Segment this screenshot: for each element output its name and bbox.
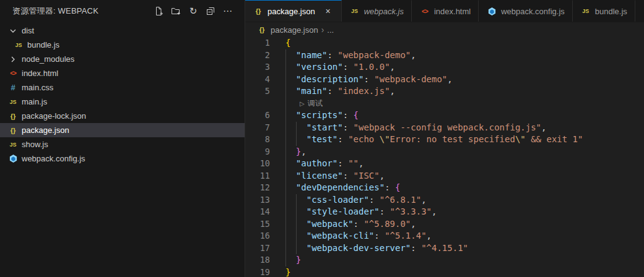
code-line-content[interactable]: "license": "ISC",	[285, 170, 385, 182]
code-line-content[interactable]: "webpack-dev-server": "^4.15.1"	[285, 242, 468, 255]
code-line-content[interactable]: },	[285, 146, 307, 158]
code-line-content[interactable]: "main": "index.js",	[285, 85, 395, 98]
tree-item-node_modules[interactable]: node_modules	[0, 52, 245, 66]
explorer-toolbar: ↻⋯	[152, 4, 235, 18]
line-number: 15	[245, 218, 270, 231]
line-number: 13	[245, 194, 270, 207]
tab-webpack.js[interactable]: JSwebpack.js	[342, 0, 412, 22]
indent-guide	[296, 122, 297, 146]
editor-group: {}package.json×JSwebpack.js<>index.htmlw…	[245, 0, 644, 277]
code-line-content[interactable]: "css-loader": "^6.8.1",	[285, 194, 427, 207]
tab-label: webpack.js	[364, 7, 404, 16]
code-line-content[interactable]: "description": "webpack-demo",	[285, 74, 453, 86]
code-line-content[interactable]: "name": "webpack-demo",	[285, 49, 416, 62]
line-number: 17	[245, 242, 270, 255]
tree-item-main.css[interactable]: #main.css	[0, 80, 245, 95]
chevron-down-icon[interactable]	[7, 26, 19, 36]
codelens-label: 调试	[308, 99, 323, 108]
new-file-icon[interactable]	[152, 4, 165, 18]
line-number: 18	[245, 254, 270, 266]
chevron-right-icon[interactable]	[7, 54, 19, 64]
json-file-icon: {}	[7, 113, 19, 120]
debug-codelens[interactable]: ▷调试	[245, 98, 644, 110]
line-number: 12	[245, 182, 270, 194]
line-number: 16	[245, 230, 270, 242]
code-line-content[interactable]: "devDependencies": {	[285, 182, 400, 194]
code-line: 2 "name": "webpack-demo",	[245, 49, 644, 62]
breadcrumb: {} package.json › ...	[245, 22, 644, 37]
code-line: 7 "start": "webpack --config webpack.con…	[245, 122, 644, 134]
chevron-right-icon: ›	[321, 25, 324, 35]
code-line: 6 "scripts": {	[245, 109, 644, 122]
html-file-icon: <>	[419, 8, 430, 15]
code-line: 18 }	[245, 254, 644, 266]
breadcrumb-file[interactable]: package.json	[271, 25, 318, 35]
code-line: 5 "main": "index.js",	[245, 85, 644, 98]
line-number: 8	[245, 134, 270, 146]
tree-item-label: node_modules	[22, 54, 74, 64]
tree-item-main.js[interactable]: JSmain.js	[0, 95, 245, 109]
code-lines: 1{2 "name": "webpack-demo",3 "version": …	[245, 37, 644, 277]
line-number: 4	[245, 74, 270, 86]
code-line: 9 },	[245, 146, 644, 158]
code-line: 15 "webpack": "^5.89.0",	[245, 218, 644, 231]
more-actions-icon[interactable]: ⋯	[221, 4, 235, 18]
code-line: 13 "css-loader": "^6.8.1",	[245, 194, 644, 207]
code-line-content[interactable]: "style-loader": "^3.3.3",	[285, 206, 437, 218]
tab-label: webpack.config.js	[501, 7, 565, 16]
code-line-content[interactable]: "start": "webpack --config webpack.confi…	[285, 122, 546, 134]
tree-item-dist[interactable]: dist	[0, 23, 245, 38]
code-line-content[interactable]: "version": "1.0.0",	[285, 61, 395, 74]
line-number: 11	[245, 170, 270, 182]
breadcrumb-symbol-more[interactable]: ...	[327, 25, 334, 35]
tree-item-label: bundle.js	[27, 40, 59, 49]
tab-bundle.js[interactable]: JSbundle.js	[573, 0, 635, 22]
tree-item-index.html[interactable]: <>index.html	[0, 66, 245, 80]
tree-item-label: webpack.config.js	[22, 154, 85, 163]
new-folder-icon[interactable]	[169, 4, 183, 18]
code-line-content[interactable]: }	[285, 254, 301, 266]
collapse-folders-icon[interactable]	[204, 4, 217, 18]
code-line-content[interactable]: {	[285, 37, 290, 49]
code-line-content[interactable]: "author": "",	[285, 158, 363, 170]
tree-item-package.json[interactable]: {}package.json	[0, 123, 245, 137]
tab-label: index.html	[434, 7, 471, 16]
explorer-sidebar: 资源管理器: WEBPACK ↻⋯ distJSbundle.jsnode_mo…	[0, 0, 245, 277]
line-number: 3	[245, 61, 270, 74]
json-file-icon: {}	[253, 7, 264, 15]
code-line-content[interactable]: "scripts": {	[285, 109, 359, 122]
tree-item-bundle.js[interactable]: JSbundle.js	[0, 38, 245, 52]
code-line: 3 "version": "1.0.0",	[245, 61, 644, 74]
webpack-file-icon	[7, 154, 19, 163]
tree-item-show.js[interactable]: JSshow.js	[0, 137, 245, 151]
refresh-icon[interactable]: ↻	[186, 4, 200, 18]
js-file-icon: JS	[7, 142, 19, 148]
tab-package.json[interactable]: {}package.json×	[245, 0, 342, 22]
line-number: 9	[245, 146, 270, 158]
js-file-icon: JS	[580, 8, 591, 14]
line-number: 14	[245, 206, 270, 218]
code-line-content[interactable]: "test": "echo \"Error: no test specified…	[285, 134, 583, 146]
json-file-icon: {}	[256, 26, 268, 33]
code-line: 17 "webpack-dev-server": "^4.15.1"	[245, 242, 644, 255]
json-file-icon: {}	[7, 127, 19, 134]
code-line: 19}	[245, 266, 644, 277]
tab-index.html[interactable]: <>index.html	[412, 0, 479, 22]
code-line-content[interactable]: "webpack": "^5.89.0",	[285, 218, 416, 231]
code-line-content[interactable]: "webpack-cli": "^5.1.4",	[285, 230, 432, 242]
code-editor[interactable]: 1{2 "name": "webpack-demo",3 "version": …	[245, 37, 644, 277]
tree-item-webpack.config.js[interactable]: webpack.config.js	[0, 151, 245, 166]
tree-item-label: show.js	[22, 140, 48, 149]
tab-webpack.config.js[interactable]: webpack.config.js	[479, 0, 573, 22]
play-icon: ▷	[300, 100, 305, 107]
tree-item-label: package.json	[22, 126, 69, 135]
tree-item-package-lock.json[interactable]: {}package-lock.json	[0, 109, 245, 123]
code-line-content[interactable]: }	[285, 266, 290, 277]
tree-item-label: main.js	[22, 97, 47, 106]
code-line: 4 "description": "webpack-demo",	[245, 74, 644, 86]
tab-close-icon[interactable]: ×	[323, 6, 334, 17]
vscode-window: 资源管理器: WEBPACK ↻⋯ distJSbundle.jsnode_mo…	[0, 0, 644, 277]
code-line: 16 "webpack-cli": "^5.1.4",	[245, 230, 644, 242]
explorer-title: 资源管理器: WEBPACK	[12, 6, 152, 17]
line-number: 7	[245, 122, 270, 134]
